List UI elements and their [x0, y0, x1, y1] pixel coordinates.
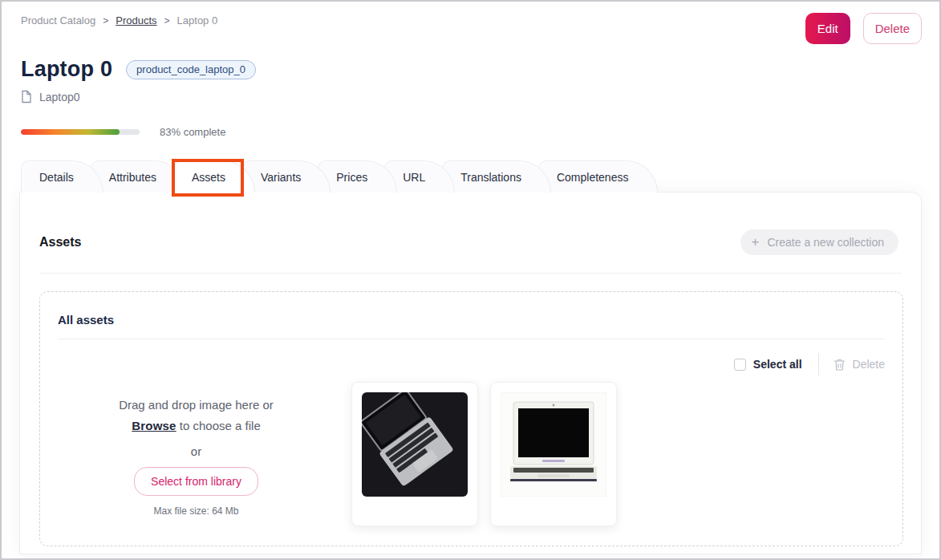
assets-toolbar: Select all Delete [58, 353, 885, 375]
dropzone-choose-file-text: to choose a file [180, 419, 261, 432]
breadcrumb: Product Catalog > Products > Laptop 0 [21, 13, 217, 26]
breadcrumb-separator: > [164, 15, 170, 26]
select-from-library-button[interactable]: Select from library [134, 467, 258, 496]
create-collection-button[interactable]: + Create a new collection [740, 229, 898, 255]
all-assets-title: All assets [58, 313, 885, 327]
max-file-size-label: Max file size: 64 Mb [58, 505, 335, 517]
product-identifier: Laptop0 [39, 91, 80, 103]
completeness-progress-bar [21, 129, 140, 135]
asset-image-laptop-top-view [362, 392, 468, 497]
delete-assets-label: Delete [853, 358, 885, 371]
tab-bar: Details Attributes Assets Variants Price… [2, 138, 939, 193]
divider [818, 353, 819, 375]
select-all-label: Select all [753, 358, 802, 371]
asset-image-laptop-front-view [501, 392, 606, 497]
file-icon [20, 90, 33, 103]
divider [39, 273, 902, 274]
breadcrumb-item-product-catalog: Product Catalog [21, 14, 95, 26]
asset-card-laptop-dark[interactable] [351, 382, 478, 526]
divider [58, 339, 885, 339]
title-row: Laptop 0 product_code_laptop_0 [2, 44, 939, 82]
identifier-row: Laptop0 [2, 82, 939, 103]
dropzone-or-text: or [58, 444, 335, 458]
breadcrumb-item-products[interactable]: Products [116, 14, 156, 26]
delete-assets-button[interactable]: Delete [834, 358, 885, 371]
progress-label: 83% complete [160, 126, 225, 138]
product-code-badge: product_code_laptop_0 [126, 60, 256, 79]
progress-row: 83% complete [2, 103, 939, 138]
page-title: Laptop 0 [21, 57, 112, 82]
assets-section-title: Assets [39, 235, 81, 250]
asset-card-list [351, 382, 617, 526]
dropzone[interactable]: Drag and drop image here or Browse to ch… [58, 382, 335, 526]
assets-content: Drag and drop image here or Browse to ch… [58, 382, 885, 526]
header-actions: Edit Delete [805, 13, 922, 44]
edit-button[interactable]: Edit [805, 13, 850, 44]
breadcrumb-separator: > [103, 15, 108, 26]
dropzone-text-line1: Drag and drop image here or [58, 395, 335, 416]
all-assets-container: All assets Select all Delete [39, 291, 903, 546]
header: Product Catalog > Products > Laptop 0 Ed… [2, 2, 939, 44]
plus-icon: + [752, 235, 760, 249]
assets-panel-header: Assets + Create a new collection [20, 193, 921, 255]
progress-fill [21, 129, 120, 135]
asset-card-laptop-white[interactable] [490, 382, 617, 526]
tab-translations[interactable]: Translations [442, 160, 551, 193]
tab-completeness[interactable]: Completeness [538, 160, 659, 193]
app-window: Product Catalog > Products > Laptop 0 Ed… [0, 0, 941, 560]
dropzone-text-line2: Browse to choose a file [58, 416, 335, 436]
delete-button[interactable]: Delete [863, 13, 922, 44]
tab-attributes[interactable]: Attributes [91, 160, 186, 193]
breadcrumb-item-current: Laptop 0 [177, 14, 218, 26]
trash-icon [834, 358, 846, 371]
browse-link[interactable]: Browse [132, 419, 176, 432]
create-collection-label: Create a new collection [767, 236, 884, 249]
assets-tab-panel: Assets + Create a new collection All ass… [19, 192, 922, 554]
select-all-checkbox[interactable] [734, 359, 746, 371]
